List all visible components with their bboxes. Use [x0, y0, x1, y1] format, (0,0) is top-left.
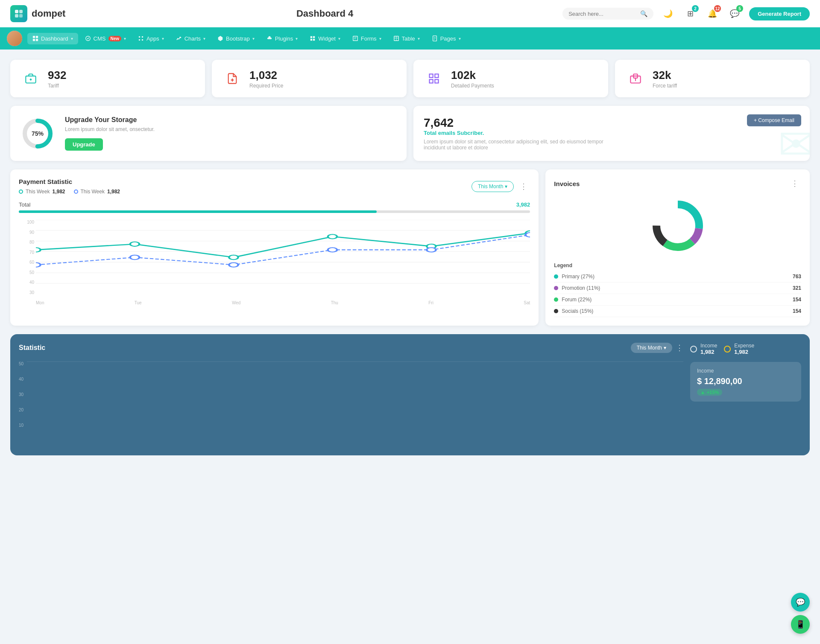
- svg-rect-2: [15, 14, 18, 17]
- nav-charts-chevron: ▾: [203, 36, 205, 41]
- legend-week2-label: This Week: [81, 189, 105, 195]
- svg-rect-34: [435, 74, 438, 78]
- nav-table-label: Table: [402, 35, 415, 42]
- payment-chart-header: Payment Statistic This Week 1,982 This W…: [19, 178, 530, 195]
- nav-item-widget[interactable]: Widget ▾: [305, 33, 345, 44]
- primary-dot: [554, 274, 558, 279]
- nav-plugins-label: Plugins: [275, 35, 293, 42]
- svg-rect-4: [33, 36, 35, 38]
- nav-item-charts[interactable]: Charts ▾: [171, 33, 211, 44]
- nav-item-bootstrap[interactable]: Bootstrap ▾: [212, 33, 260, 44]
- force-tariff-icon: [625, 68, 646, 89]
- email-description: Lorem ipsum dolor sit amet, consectetur …: [424, 139, 620, 151]
- svg-rect-1: [19, 10, 23, 13]
- generate-report-button[interactable]: Generate Report: [749, 7, 810, 20]
- statistic-more-button[interactable]: ⋮: [676, 343, 683, 353]
- invoice-legend: Legend Primary (27%) 763 Promotion (11%)…: [554, 262, 801, 317]
- nav-plugins-chevron: ▾: [296, 36, 298, 41]
- nav-dashboard-chevron: ▾: [71, 36, 73, 41]
- legend-title: Legend: [554, 262, 801, 268]
- svg-rect-14: [310, 36, 312, 38]
- promotion-count: 321: [793, 285, 801, 291]
- svg-point-51: [229, 255, 238, 259]
- this-month-button[interactable]: This Month ▾: [472, 181, 514, 192]
- income-arrow-icon: ▲: [700, 390, 705, 395]
- theme-toggle-button[interactable]: 🌙: [660, 6, 676, 21]
- legend-item-week1: This Week 1,982: [19, 189, 65, 195]
- search-bar[interactable]: 🔍: [562, 8, 653, 20]
- y-label-100: 100: [19, 220, 34, 224]
- page-title: Dashboard 4: [87, 8, 562, 19]
- notifications-button[interactable]: 🔔 12: [705, 6, 720, 21]
- statistic-month-button[interactable]: This Month ▾: [631, 343, 672, 353]
- mid-row: 75% Upgrade Your Storage Lorem ipsum dol…: [10, 106, 810, 161]
- apps-badge: 2: [692, 5, 699, 12]
- legend-item-week2: This Week 1,982: [74, 189, 120, 195]
- search-icon: 🔍: [640, 10, 647, 17]
- progress-fill: [19, 210, 377, 213]
- search-input[interactable]: [568, 11, 637, 17]
- required-price-icon: [222, 68, 243, 89]
- x-label-mon: Mon: [36, 300, 44, 305]
- tariff-label: Tariff: [48, 83, 66, 89]
- stat-card-tariff: 932 Tariff: [10, 60, 205, 97]
- expense-dot: [724, 346, 731, 353]
- required-price-label: Required Price: [249, 83, 283, 89]
- expense-value: 1,982: [734, 349, 754, 355]
- invoice-legend-promotion: Promotion (11%) 321: [554, 283, 801, 294]
- detailed-payments-icon: [424, 68, 444, 89]
- messages-button[interactable]: 💬 5: [727, 6, 742, 21]
- nav-forms-chevron: ▾: [379, 36, 381, 41]
- nav-item-pages[interactable]: Pages ▾: [427, 33, 466, 44]
- nav-forms-label: Forms: [361, 35, 377, 42]
- nav-pages-chevron: ▾: [459, 36, 461, 41]
- income-growth-badge: ▲ +15%: [697, 389, 722, 396]
- total-row: Total 3,982: [19, 201, 530, 208]
- nav-pages-label: Pages: [440, 35, 456, 42]
- stat-y-10: 10: [19, 423, 23, 428]
- nav-avatar: [7, 31, 22, 46]
- stat-card-force-tariff: 32k Force tariff: [615, 60, 810, 97]
- statistic-main: Statistic This Month ▾ ⋮ 50 40 30: [19, 343, 801, 447]
- svg-rect-6: [33, 39, 35, 41]
- more-options-button[interactable]: ⋮: [517, 181, 530, 192]
- storage-info: Upgrade Your Storage Lorem ipsum dolor s…: [65, 116, 155, 151]
- stat-y-20: 20: [19, 408, 23, 412]
- invoice-legend-primary: Primary (27%) 763: [554, 271, 801, 283]
- expense-item: Expense 1,982: [724, 343, 754, 355]
- nav-bootstrap-label: Bootstrap: [226, 35, 250, 42]
- email-card: + Compose Email 7,642 Total emails Subcr…: [413, 106, 810, 161]
- invoices-title: Invoices: [554, 180, 580, 187]
- income-box: Income $ 12,890,00 ▲ +15%: [690, 362, 801, 402]
- y-label-40: 40: [19, 280, 34, 285]
- nav-item-table[interactable]: Table ▾: [388, 33, 425, 44]
- svg-marker-13: [218, 36, 223, 41]
- nav-item-apps[interactable]: Apps ▾: [133, 33, 169, 44]
- upgrade-button[interactable]: Upgrade: [65, 138, 103, 151]
- svg-point-59: [427, 248, 436, 252]
- invoices-more-button[interactable]: ⋮: [788, 178, 801, 189]
- nav-item-forms[interactable]: Forms ▾: [347, 33, 387, 44]
- progress-bar: [19, 210, 530, 213]
- invoice-legend-forum-label: Forum (22%): [554, 297, 592, 303]
- payment-chart-left: Payment Statistic This Week 1,982 This W…: [19, 178, 120, 195]
- notifications-badge: 12: [714, 5, 721, 12]
- nav-widget-chevron: ▾: [338, 36, 340, 41]
- x-labels: Mon Tue Wed Thu Fri Sat: [36, 300, 530, 305]
- nav-item-plugins[interactable]: Plugins ▾: [261, 33, 303, 44]
- detailed-payments-value: 102k: [451, 69, 494, 82]
- socials-dot: [554, 309, 558, 313]
- income-growth-value: +15%: [707, 390, 719, 395]
- x-label-thu: Thu: [331, 300, 338, 305]
- statistic-controls: This Month ▾ ⋮: [631, 343, 683, 353]
- legend-week1-value: 1,982: [52, 189, 65, 195]
- email-icon-background: ✉: [778, 119, 810, 161]
- income-amount: $ 12,890,00: [697, 376, 794, 386]
- apps-button[interactable]: ⊞ 2: [682, 6, 698, 21]
- svg-point-55: [36, 262, 41, 267]
- nav-item-cms[interactable]: CMS New ▾: [80, 33, 131, 44]
- top-header: dompet Dashboard 4 🔍 🌙 ⊞ 2 🔔 12 💬 5 Gene…: [0, 0, 820, 27]
- income-item: Income 1,982: [690, 343, 717, 355]
- stat-y-30: 30: [19, 392, 23, 397]
- nav-item-dashboard[interactable]: Dashboard ▾: [27, 33, 78, 44]
